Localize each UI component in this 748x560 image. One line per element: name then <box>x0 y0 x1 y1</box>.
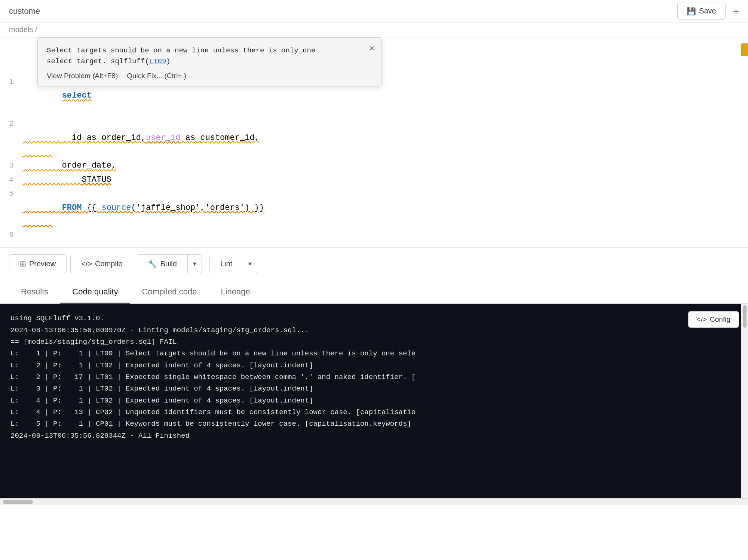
terminal-line-6: L: 3 | P: 1 | LT02 | Expected indent of … <box>10 383 738 395</box>
terminal-line-0: Using SQLFluff v3.1.0. <box>10 313 738 324</box>
config-icon: </> <box>697 315 707 324</box>
build-button[interactable]: 🔧 Build <box>137 254 187 273</box>
breadcrumb: models / <box>0 22 748 37</box>
terminal-line-9: L: 5 | P: 1 | CP01 | Keywords must be co… <box>10 418 738 430</box>
save-button[interactable]: 💾 Save <box>677 3 726 20</box>
terminal-line-2: == [models/staging/stg_orders.sql] FAIL <box>10 336 738 348</box>
line1-marker <box>741 43 748 56</box>
lint-button[interactable]: Lint <box>209 255 243 273</box>
compile-button[interactable]: </> Compile <box>70 255 133 273</box>
build-dropdown[interactable]: ▾ <box>188 254 202 273</box>
add-tab-button[interactable]: + <box>733 5 739 17</box>
quick-fix-button[interactable]: Quick Fix... (Ctrl+.) <box>127 72 186 80</box>
terminal-line-7: L: 4 | P: 1 | LT02 | Expected indent of … <box>10 395 738 407</box>
code-line-5: 5 FROM {{ source('jaffle_shop','orders')… <box>0 187 748 229</box>
tabs-row: Results Code quality Compiled code Linea… <box>0 280 748 304</box>
tooltip-actions: View Problem (Alt+F8) Quick Fix... (Ctrl… <box>47 72 372 80</box>
terminal-line-5: L: 2 | P: 17 | LT01 | Expected single wh… <box>10 371 738 383</box>
compile-icon: </> <box>81 260 92 268</box>
code-line-3: 3 order_date, <box>0 159 748 172</box>
tab-results[interactable]: Results <box>9 280 60 304</box>
preview-button[interactable]: ⊞ Preview <box>9 254 67 273</box>
chevron-down-icon: ▾ <box>193 260 196 268</box>
tab-compiled-code[interactable]: Compiled code <box>130 280 209 304</box>
code-line-2: 2 id as order_id,user_id as customer_id, <box>0 117 748 159</box>
file-title: custome <box>9 6 40 16</box>
scrollbar-thumb[interactable] <box>743 305 747 328</box>
code-line-4: 4 STATUS <box>0 173 748 187</box>
chevron-down-icon-lint: ▾ <box>248 260 252 268</box>
top-bar-right: 💾 Save + <box>677 3 739 20</box>
terminal-line-8: L: 4 | P: 13 | CP02 | Unquoted identifie… <box>10 407 738 418</box>
scrollbar-h-thumb[interactable] <box>3 500 33 504</box>
view-problem-button[interactable]: View Problem (Alt+F8) <box>47 72 118 80</box>
tooltip-close-button[interactable]: × <box>369 43 374 53</box>
compile-group: </> Compile <box>70 255 133 273</box>
lint-group: Lint ▾ <box>209 255 257 273</box>
terminal-line-10: 2024-08-13T06:35:56.828344Z - All Finish… <box>10 430 738 442</box>
terminal-line-4: L: 2 | P: 1 | LT02 | Expected indent of … <box>10 360 738 371</box>
editor-area: Select targets should be on a new line u… <box>0 37 748 248</box>
vertical-scrollbar[interactable] <box>741 304 748 498</box>
config-button[interactable]: </> Config <box>688 311 739 328</box>
build-group: 🔧 Build ▾ <box>137 254 205 273</box>
lt09-link[interactable]: LT09 <box>149 57 166 65</box>
tab-lineage[interactable]: Lineage <box>209 280 262 304</box>
build-icon: 🔧 <box>148 259 157 268</box>
terminal-line-3: L: 1 | P: 1 | LT09 | Select targets shou… <box>10 348 738 359</box>
tooltip-message: Select targets should be on a new line u… <box>47 45 372 67</box>
sqlfluff-text: sqlfluff( <box>111 57 149 65</box>
save-icon: 💾 <box>687 7 696 16</box>
horizontal-scrollbar[interactable] <box>0 498 748 505</box>
preview-icon: ⊞ <box>20 259 26 268</box>
top-bar-left: custome <box>9 6 40 16</box>
tab-code-quality[interactable]: Code quality <box>60 280 130 304</box>
lint-tooltip: Select targets should be on a new line u… <box>37 37 381 86</box>
terminal-line-1: 2024-08-13T06:35:56.800970Z - Linting mo… <box>10 325 738 336</box>
top-bar: custome 💾 Save + <box>0 0 748 22</box>
lint-dropdown[interactable]: ▾ <box>243 255 257 273</box>
toolbar: ⊞ Preview </> Compile 🔧 Build ▾ Lint ▾ <box>0 248 748 280</box>
code-line-6: 6 <box>0 229 748 241</box>
terminal-output: </> Config Using SQLFluff v3.1.0. 2024-0… <box>0 304 748 498</box>
